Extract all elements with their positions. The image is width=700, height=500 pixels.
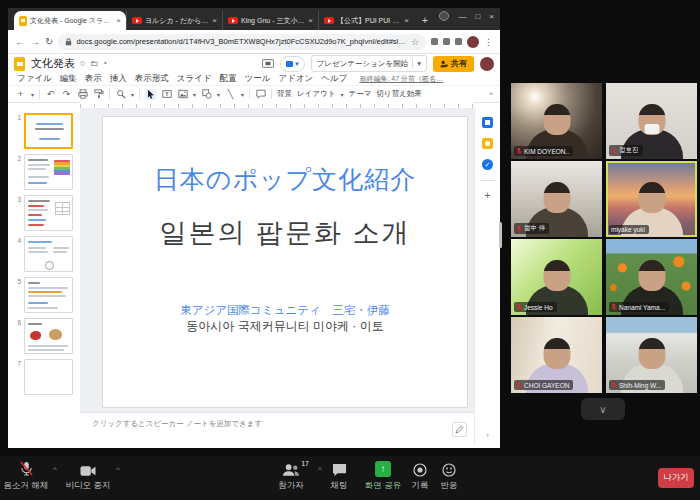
close-icon[interactable]: × bbox=[308, 16, 313, 25]
participants-button[interactable]: 17 참가자 bbox=[266, 461, 316, 492]
menu-slide[interactable]: スライド bbox=[177, 73, 212, 85]
select-cursor-icon[interactable] bbox=[145, 89, 156, 100]
notes-edit-button[interactable] bbox=[452, 422, 467, 437]
slide-subtitle-korean[interactable]: 동아시아 국제커뮤니티 미야케 · 이토 bbox=[103, 318, 467, 335]
move-folder-icon[interactable]: 🗀 bbox=[90, 59, 98, 68]
extension-icon[interactable] bbox=[443, 38, 450, 45]
close-icon[interactable]: × bbox=[116, 16, 121, 25]
paint-format-icon[interactable] bbox=[93, 89, 104, 100]
close-icon[interactable]: × bbox=[404, 16, 409, 25]
extension-icon[interactable] bbox=[431, 38, 438, 45]
slide-thumbnail-4[interactable]: 4 bbox=[13, 236, 77, 272]
current-slide[interactable]: 日本のポップ文化紹介 일본의 팝문화 소개 東アジア国際コミュニティ 三宅・伊藤… bbox=[102, 116, 468, 408]
back-icon[interactable]: ← bbox=[15, 37, 25, 47]
tab-youtube-1[interactable]: ヨルシカ - だから僕は音楽を辞めた… × bbox=[126, 11, 222, 30]
participant-tile[interactable]: Jessie Ho bbox=[511, 239, 602, 315]
bookmark-star-icon[interactable]: ☆ bbox=[411, 37, 419, 47]
participant-tile[interactable]: 畠中 伴 bbox=[511, 161, 602, 237]
print-icon[interactable] bbox=[77, 89, 88, 100]
menu-view[interactable]: 表示 bbox=[85, 73, 102, 85]
tab-google-slides[interactable]: 文化発表 - Google スライド × bbox=[14, 11, 126, 30]
caret-down-icon[interactable]: ▾ bbox=[412, 59, 421, 68]
collapse-panel-icon[interactable]: › bbox=[486, 430, 489, 440]
document-title[interactable]: 文化発表 bbox=[31, 56, 75, 71]
menu-tools[interactable]: ツール bbox=[245, 73, 271, 85]
text-box-icon[interactable] bbox=[161, 89, 172, 100]
speaker-notes[interactable]: クリックするとスピーカー ノートを追加できます bbox=[80, 412, 474, 445]
caret-down-icon[interactable]: ▾ bbox=[193, 91, 196, 98]
maximize-button[interactable]: □ bbox=[475, 12, 480, 21]
insert-image-icon[interactable] bbox=[177, 89, 188, 100]
leave-meeting-button[interactable]: 나가기 bbox=[658, 468, 694, 488]
extension-icon[interactable] bbox=[455, 38, 462, 45]
url-field[interactable]: docs.google.com/presentation/d/1T4fHV3_B… bbox=[58, 34, 426, 50]
menu-arrange[interactable]: 配置 bbox=[220, 73, 237, 85]
collapse-toolbar-icon[interactable]: ^ bbox=[489, 90, 493, 99]
participant-tile[interactable]: 정호진 bbox=[606, 83, 697, 159]
tab-youtube-3[interactable]: 【公式】PUI PUI モルカー 第1話… × bbox=[318, 11, 414, 30]
new-tab-button[interactable]: + bbox=[422, 15, 428, 26]
menu-edit[interactable]: 編集 bbox=[60, 73, 77, 85]
layout-button[interactable]: レイアウト bbox=[297, 89, 335, 99]
slide-thumbnail-6[interactable]: 6 bbox=[13, 318, 77, 354]
reload-icon[interactable]: ↻ bbox=[45, 37, 53, 47]
insert-comment-icon[interactable] bbox=[255, 89, 266, 100]
slide-title-korean[interactable]: 일본의 팝문화 소개 bbox=[103, 215, 467, 251]
participant-tile-active-speaker[interactable]: miyake yuki bbox=[606, 161, 697, 237]
present-to-meeting-button[interactable]: ▾ bbox=[280, 56, 305, 72]
account-avatar[interactable] bbox=[480, 57, 494, 71]
slide-thumbnail-3[interactable]: 3 bbox=[13, 195, 77, 231]
redo-icon[interactable]: ↷ bbox=[61, 89, 72, 100]
slide-thumbnail-2[interactable]: 2 bbox=[13, 154, 77, 190]
insert-line-icon[interactable]: ╲ bbox=[225, 89, 236, 100]
browser-menu-icon[interactable]: ⋮ bbox=[484, 37, 493, 47]
caret-down-icon[interactable]: ▾ bbox=[217, 91, 220, 98]
star-icon[interactable]: ☆ bbox=[79, 59, 86, 68]
theme-button[interactable]: テーマ bbox=[348, 89, 371, 99]
menu-help[interactable]: ヘルプ bbox=[321, 73, 347, 85]
participant-tile[interactable]: Nanami Yama... bbox=[606, 239, 697, 315]
slide-thumbnail-5[interactable]: 5 bbox=[13, 277, 77, 313]
participant-tile[interactable]: Shih-Ming W... bbox=[606, 317, 697, 393]
close-icon[interactable]: × bbox=[212, 16, 217, 25]
insert-shape-icon[interactable] bbox=[201, 89, 212, 100]
last-edit-link[interactable]: 最終編集: 47 分前（匿名… bbox=[359, 74, 443, 84]
calendar-icon[interactable] bbox=[482, 117, 493, 128]
browser-avatar[interactable] bbox=[467, 36, 479, 48]
minimize-button[interactable]: — bbox=[458, 12, 466, 21]
participant-tile[interactable]: CHOI GAYEON bbox=[511, 317, 602, 393]
slides-logo-icon[interactable] bbox=[14, 57, 25, 71]
new-slide-icon[interactable]: + bbox=[15, 89, 26, 100]
zoom-tool-icon[interactable] bbox=[115, 89, 126, 100]
caret-down-icon[interactable]: ▾ bbox=[340, 91, 343, 98]
menu-insert[interactable]: 挿入 bbox=[110, 73, 127, 85]
keep-icon[interactable] bbox=[482, 138, 493, 149]
tasks-icon[interactable]: ✓ bbox=[482, 159, 493, 170]
add-addon-icon[interactable]: + bbox=[485, 191, 491, 201]
panel-resize-handle[interactable] bbox=[499, 222, 502, 248]
browser-profile-icon[interactable] bbox=[439, 11, 449, 21]
forward-icon[interactable]: → bbox=[30, 37, 40, 47]
undo-icon[interactable]: ↶ bbox=[45, 89, 56, 100]
background-button[interactable]: 背景 bbox=[277, 89, 292, 99]
slide-subtitle-japanese[interactable]: 東アジア国際コミュニティ 三宅・伊藤 bbox=[103, 303, 467, 318]
mic-options-chevron[interactable]: ^ bbox=[53, 465, 57, 474]
start-presentation-button[interactable]: プレゼンテーションを開始 ▾ bbox=[311, 55, 427, 72]
tab-youtube-2[interactable]: King Gnu - 三文小説 - YouTube × bbox=[222, 11, 318, 30]
slide-thumbnail-7[interactable]: 7 bbox=[13, 359, 77, 395]
menu-file[interactable]: ファイル bbox=[17, 73, 52, 85]
present-display-icon[interactable] bbox=[262, 59, 274, 68]
video-options-chevron[interactable]: ^ bbox=[116, 465, 120, 474]
transition-button[interactable]: 切り替え効果 bbox=[376, 89, 421, 99]
menu-format[interactable]: 表示形式 bbox=[135, 73, 169, 85]
menu-addons[interactable]: アドオン bbox=[279, 73, 314, 85]
participant-tile[interactable]: KIM DOYEON.. bbox=[511, 83, 602, 159]
more-participants-button[interactable]: ∨ bbox=[581, 398, 625, 420]
slide-thumbnail-1[interactable]: 1 bbox=[13, 113, 77, 149]
close-window-button[interactable]: × bbox=[489, 12, 494, 21]
caret-down-icon[interactable]: ▾ bbox=[241, 91, 244, 98]
reactions-button[interactable]: 반응 bbox=[427, 461, 471, 492]
chat-button[interactable]: 채팅 bbox=[318, 461, 360, 492]
share-button[interactable]: 共有 bbox=[433, 56, 474, 72]
unmute-button[interactable]: 음소거 해제 bbox=[2, 461, 50, 492]
